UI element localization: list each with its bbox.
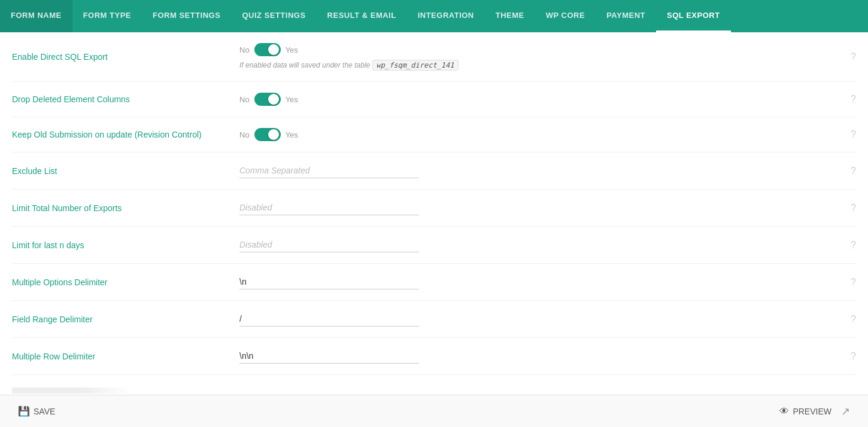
help-icon-enable-direct-sql[interactable]: ?: [839, 51, 856, 62]
toggle-group-keep-old-submission: No Yes: [239, 128, 298, 141]
setting-control-field-range-delimiter: [239, 312, 839, 327]
help-icon-limit-total-exports[interactable]: ?: [839, 203, 856, 214]
setting-control-multiple-options-delimiter: [239, 274, 839, 289]
setting-limit-total-exports: Limit Total Number of Exports ?: [12, 190, 856, 227]
toggle-group-enable-direct-sql: No Yes: [239, 43, 298, 56]
exclude-list-input[interactable]: [239, 163, 419, 178]
limit-total-exports-input[interactable]: [239, 200, 419, 215]
toggle-yes-label-keep-old: Yes: [286, 130, 298, 139]
setting-multiple-options-delimiter: Multiple Options Delimiter ?: [12, 264, 856, 301]
setting-control-exclude-list: [239, 163, 839, 178]
setting-label-limit-total-exports: Limit Total Number of Exports: [12, 203, 239, 213]
field-range-delimiter-input[interactable]: [239, 312, 419, 327]
limit-last-n-days-input[interactable]: [239, 237, 419, 252]
footer-bar: 💾 SAVE 👁 PREVIEW ↗: [0, 395, 868, 427]
toggle-no-label-drop-deleted: No: [239, 95, 250, 104]
setting-control-multiple-row-delimiter: [239, 349, 839, 364]
setting-label-exclude-list: Exclude List: [12, 166, 239, 176]
toggle-group-drop-deleted-columns: No Yes: [239, 93, 298, 106]
preview-icon: 👁: [779, 406, 789, 417]
navigation-bar: FORM NAME FORM TYPE FORM SETTINGS QUIZ S…: [0, 0, 868, 32]
setting-label-keep-old-submission: Keep Old Submission on update (Revision …: [12, 130, 239, 139]
setting-drop-deleted-columns: Drop Deleted Element Columns No Yes ?: [12, 82, 856, 117]
preview-label: PREVIEW: [793, 407, 831, 416]
nav-payment[interactable]: PAYMENT: [596, 0, 656, 32]
toggle-yes-label-enable-direct-sql: Yes: [286, 45, 298, 54]
nav-form-name[interactable]: FORM NAME: [0, 0, 72, 32]
setting-field-range-delimiter: Field Range Delimiter ?: [12, 301, 856, 338]
nav-quiz-settings[interactable]: QUIZ SETTINGS: [231, 0, 316, 32]
setting-label-limit-last-n-days: Limit for last n days: [12, 240, 239, 250]
setting-limit-last-n-days: Limit for last n days ?: [12, 227, 856, 264]
setting-exclude-list: Exclude List ?: [12, 152, 856, 190]
help-icon-keep-old-submission[interactable]: ?: [839, 129, 856, 140]
setting-keep-old-submission: Keep Old Submission on update (Revision …: [12, 117, 856, 152]
help-icon-field-range-delimiter[interactable]: ?: [839, 314, 856, 325]
setting-control-keep-old-submission: No Yes: [239, 128, 839, 141]
help-icon-drop-deleted-columns[interactable]: ?: [839, 94, 856, 105]
save-icon: 💾: [18, 405, 30, 417]
setting-label-enable-direct-sql: Enable Direct SQL Export: [12, 52, 239, 62]
save-label: SAVE: [34, 407, 55, 416]
settings-panel: Enable Direct SQL Export No Yes If enabl…: [0, 32, 868, 395]
multiple-options-delimiter-input[interactable]: [239, 274, 419, 289]
hint-code-table-name: wp_fsqm_direct_141: [372, 60, 459, 71]
setting-label-drop-deleted-columns: Drop Deleted Element Columns: [12, 94, 239, 104]
help-icon-multiple-options-delimiter[interactable]: ?: [839, 277, 856, 288]
nav-wp-core[interactable]: WP CORE: [535, 0, 596, 32]
setting-control-limit-last-n-days: [239, 237, 839, 252]
nav-sql-export[interactable]: SQL EXPORT: [656, 0, 731, 32]
nav-integration[interactable]: INTEGRATION: [407, 0, 485, 32]
nav-form-settings[interactable]: FORM SETTINGS: [142, 0, 231, 32]
nav-form-type[interactable]: FORM TYPE: [72, 0, 142, 32]
toggle-no-label-enable-direct-sql: No: [239, 45, 250, 54]
help-icon-limit-last-n-days[interactable]: ?: [839, 240, 856, 251]
setting-control-drop-deleted-columns: No Yes: [239, 93, 839, 106]
external-link-button[interactable]: ↗: [841, 405, 850, 418]
help-icon-exclude-list[interactable]: ?: [839, 166, 856, 176]
save-button[interactable]: 💾 SAVE: [18, 405, 55, 417]
toggle-keep-old-submission[interactable]: [254, 128, 281, 141]
setting-control-limit-total-exports: [239, 200, 839, 215]
nav-result-email[interactable]: RESULT & EMAIL: [317, 0, 407, 32]
nav-theme[interactable]: THEME: [485, 0, 535, 32]
setting-enable-direct-sql: Enable Direct SQL Export No Yes If enabl…: [12, 32, 856, 82]
setting-multiple-row-delimiter: Multiple Row Delimiter ?: [12, 338, 856, 375]
setting-label-multiple-row-delimiter: Multiple Row Delimiter: [12, 352, 239, 361]
setting-label-field-range-delimiter: Field Range Delimiter: [12, 315, 239, 324]
toggle-drop-deleted-columns[interactable]: [254, 93, 281, 106]
multiple-row-delimiter-input[interactable]: [239, 349, 419, 364]
toggle-yes-label-drop-deleted: Yes: [286, 95, 298, 104]
setting-control-enable-direct-sql: No Yes If enabled data will saved under …: [239, 43, 839, 71]
toggle-no-label-keep-old: No: [239, 130, 250, 139]
setting-label-multiple-options-delimiter: Multiple Options Delimiter: [12, 277, 239, 287]
preview-button[interactable]: 👁 PREVIEW: [779, 406, 831, 417]
help-icon-multiple-row-delimiter[interactable]: ?: [839, 351, 856, 362]
hint-enable-direct-sql: If enabled data will saved under the tab…: [239, 60, 839, 71]
toggle-enable-direct-sql[interactable]: [254, 43, 281, 56]
